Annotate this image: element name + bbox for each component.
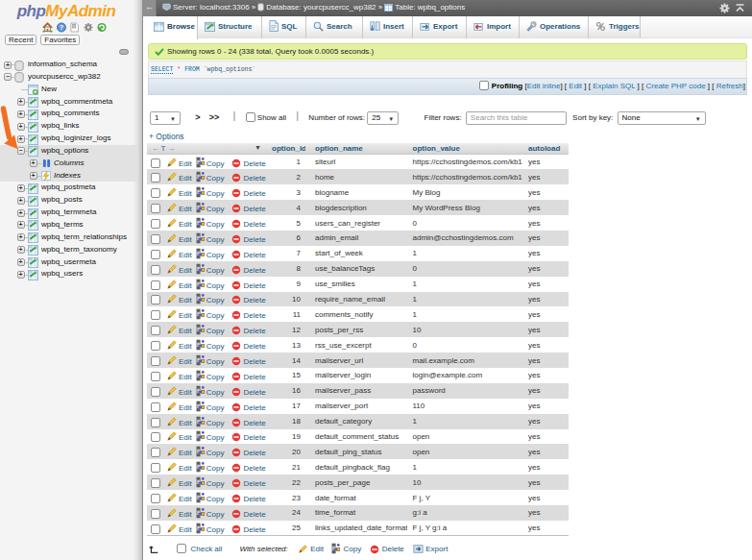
svg-text:?: ? <box>60 23 64 32</box>
